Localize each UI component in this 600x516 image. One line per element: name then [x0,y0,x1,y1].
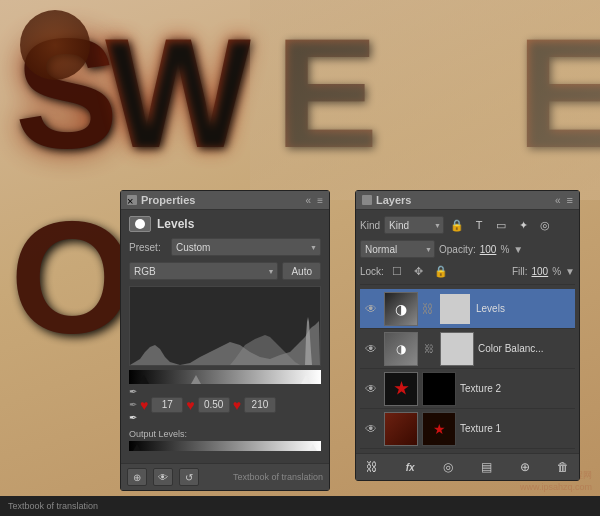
layer-thumb-tex2: ★ [384,372,418,406]
layers-menu-button[interactable]: ≡ [567,194,573,206]
kind-row: Kind Kind 🔒 T ▭ ✦ ◎ [360,214,575,236]
kind-label: Kind [360,220,380,231]
output-label: Output Levels: [129,429,321,439]
layer-mask-levels [438,292,472,326]
properties-panel: × Properties « ≡ Levels Preset: Custom D… [120,190,330,491]
gray-eyedropper[interactable]: ✒ [129,399,137,410]
properties-body: Levels Preset: Custom Default Darker Inc… [121,210,329,463]
layer-name-levels: Levels [476,303,573,314]
output-slider-bar[interactable] [129,441,321,451]
layers-collapse-button[interactable]: « [555,195,561,206]
fill-arrow[interactable]: ▼ [565,266,575,277]
tex2-star-icon: ★ [394,379,408,398]
output-black-slider[interactable] [133,444,141,451]
layers-header-right: « ≡ [555,194,573,206]
layer-row[interactable]: 👁 ◑ ⛓ Levels [360,289,575,329]
kind-icon-shape[interactable]: ▭ [492,216,510,234]
lock-label: Lock: [360,266,384,277]
output-white-slider[interactable] [309,444,317,451]
input-slider-bar[interactable] [129,370,321,384]
preset-select-wrapper: Custom Default Darker Increase Contrast … [171,238,321,256]
fx-button[interactable]: fx [400,458,420,476]
layer-row[interactable]: 👁 ◑ ⛓ Color Balanc... [360,329,575,369]
layer-eye-levels[interactable]: 👁 [362,300,380,318]
status-bar: Textbook of translation [0,496,600,516]
layer-eye-tex1[interactable]: 👁 [362,420,380,438]
properties-collapse-button[interactable]: « [306,195,312,206]
opacity-arrow[interactable]: ▼ [513,244,523,255]
svg-marker-1 [130,321,320,365]
kind-select-wrapper: Kind [384,216,444,234]
letter-o: O [10,185,134,369]
status-hint: Textbook of translation [233,472,323,482]
blend-select-wrapper: Normal Dissolve Multiply Screen Overlay [360,240,435,258]
bg-overlay [250,0,600,200]
heart-icon-right: ♥ [233,397,241,413]
reset-button[interactable]: ↺ [179,468,199,486]
white-eyedropper[interactable]: ✒ [129,412,137,423]
panel-header-left: × Properties [127,194,195,206]
kind-icon-smart[interactable]: ◎ [536,216,554,234]
blend-mode-select[interactable]: Normal Dissolve Multiply Screen Overlay [360,240,435,258]
heart-icon-mid: ♥ [186,397,194,413]
properties-menu-button[interactable]: ≡ [317,195,323,206]
mid-level-input[interactable]: 0.50 [198,397,230,413]
black-level-input[interactable]: 17 [151,397,183,413]
kind-icon-adjustment[interactable]: ✦ [514,216,532,234]
lock-position-button[interactable]: ✥ [410,262,428,280]
link-layers-button[interactable]: ⛓ [362,458,382,476]
auto-button[interactable]: Auto [282,262,321,280]
layers-title: Layers [376,194,411,206]
fill-label: Fill: [512,266,528,277]
layer-eye-cb[interactable]: 👁 [362,340,380,358]
white-level-input[interactable]: 210 [244,397,276,413]
visibility-button[interactable]: 👁 [153,468,173,486]
new-group-button[interactable]: ▤ [477,458,497,476]
layer-row[interactable]: 👁 ★ Texture 1 [360,409,575,449]
layer-row[interactable]: 👁 ★ Texture 2 [360,369,575,409]
properties-close-button[interactable]: × [127,195,137,205]
opacity-percent: % [500,244,509,255]
layer-chain-cb[interactable]: ⛓ [424,343,434,354]
layer-icons-tex1 [384,412,418,446]
new-fill-button[interactable]: ◎ [438,458,458,476]
channel-select-wrapper: RGB Red Green Blue [129,262,278,280]
layer-thumb-levels: ◑ [384,292,418,326]
levels-header: Levels [129,216,321,232]
choc-object [20,10,90,80]
channel-row: RGB Red Green Blue Auto [129,262,321,280]
kind-icon-text[interactable]: T [470,216,488,234]
add-layer-button[interactable]: ⊕ [127,468,147,486]
preset-row: Preset: Custom Default Darker Increase C… [129,238,321,256]
lock-pixels-button[interactable]: ☐ [388,262,406,280]
midpoint-slider[interactable] [191,375,201,384]
layers-header-left: Layers [362,194,411,206]
status-text: Textbook of translation [8,501,98,511]
opacity-value[interactable]: 100 [480,244,497,255]
histogram-area [129,286,321,366]
preset-label: Preset: [129,242,165,253]
properties-title: Properties [141,194,195,206]
levels-circle-icon [135,219,145,229]
heart-icon-left: ♥ [140,397,148,413]
lock-all-button[interactable]: 🔒 [432,262,450,280]
kind-select[interactable]: Kind [384,216,444,234]
fill-value[interactable]: 100 [532,266,549,277]
preset-select[interactable]: Custom Default Darker Increase Contrast … [171,238,321,256]
new-layer-button[interactable]: ⊕ [515,458,535,476]
layer-eye-tex2[interactable]: 👁 [362,380,380,398]
channel-select[interactable]: RGB Red Green Blue [129,262,278,280]
lock-row: Lock: ☐ ✥ 🔒 Fill: 100 % ▼ [360,262,575,285]
kind-icon-lock[interactable]: 🔒 [448,216,466,234]
input-values-row: ✒ ✒ ✒ ♥ 17 ♥ 0.50 ♥ 210 [129,386,321,423]
white-point-slider[interactable] [301,375,311,384]
layer-chain-levels[interactable]: ⛓ [422,302,434,316]
tex1-star-icon: ★ [433,421,446,437]
black-eyedropper[interactable]: ✒ [129,386,137,397]
layers-close-button[interactable] [362,195,372,205]
delete-layer-button[interactable]: 🗑 [553,458,573,476]
histogram-chart [130,287,320,365]
black-point-slider[interactable] [139,375,149,384]
levels-icon [129,216,151,232]
properties-toolbar: ⊕ 👁 ↺ Textbook of translation [121,463,329,490]
